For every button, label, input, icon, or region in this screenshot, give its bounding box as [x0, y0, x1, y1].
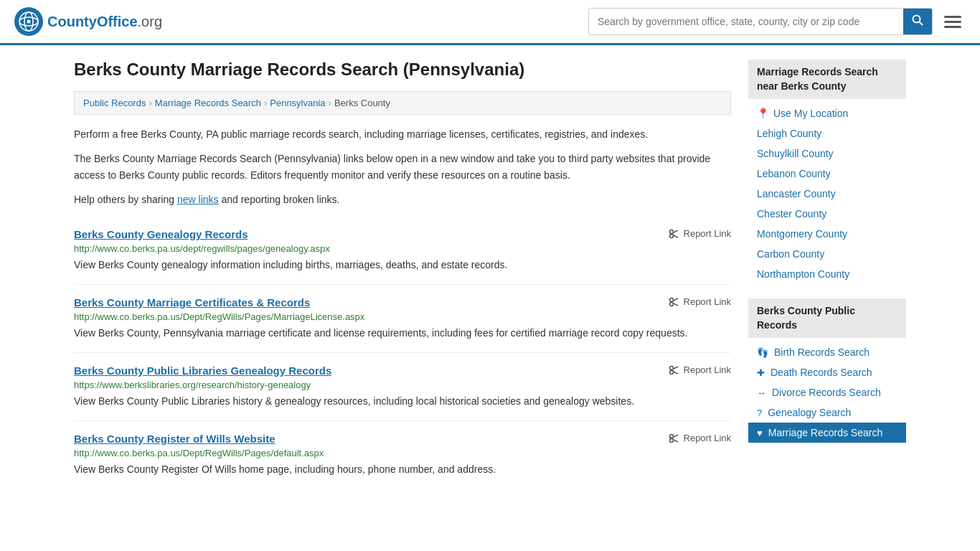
svg-point-18	[669, 434, 673, 438]
public-records-link[interactable]: ?Genealogy Search	[748, 402, 906, 423]
svg-point-11	[669, 302, 673, 306]
search-button[interactable]	[903, 9, 932, 34]
record-header: Berks County Public Libraries Genealogy …	[74, 364, 731, 377]
record-type-label: Marriage Records Search	[768, 427, 883, 438]
nearby-county-link[interactable]: Schuylkill County	[748, 143, 906, 164]
svg-point-3	[27, 20, 31, 24]
nearby-county-link[interactable]: Chester County	[748, 204, 906, 224]
svg-line-9	[673, 235, 678, 237]
record-item: Berks County Genealogy Records Report Li…	[74, 217, 731, 285]
public-records-title: Berks County Public Records	[748, 298, 906, 338]
svg-point-10	[669, 298, 673, 301]
record-type-icon: ✚	[757, 367, 765, 378]
scissors-icon	[669, 296, 680, 308]
record-type-label: Divorce Records Search	[772, 387, 881, 398]
breadcrumb-public-records[interactable]: Public Records	[83, 98, 146, 108]
record-url: http://www.co.berks.pa.us/Dept/RegWills/…	[74, 448, 731, 458]
svg-point-19	[669, 438, 673, 442]
logo-icon	[14, 7, 43, 36]
search-bar	[588, 8, 933, 35]
scissors-icon	[669, 433, 680, 444]
record-description: View Berks County, Pennsylvania marriage…	[74, 326, 731, 341]
nearby-counties-list: Lehigh CountySchuylkill CountyLebanon Co…	[748, 123, 906, 284]
record-item: Berks County Register of Wills Website R…	[74, 421, 731, 489]
record-title[interactable]: Berks County Public Libraries Genealogy …	[74, 364, 331, 377]
nearby-county-link[interactable]: Lancaster County	[748, 184, 906, 204]
report-link[interactable]: Report Link	[669, 228, 731, 240]
svg-line-12	[673, 298, 678, 301]
report-link[interactable]: Report Link	[669, 364, 731, 376]
svg-line-21	[673, 439, 678, 441]
main-container: Berks County Marriage Records Search (Pe…	[60, 45, 920, 503]
logo-text: CountyOffice.org	[47, 14, 162, 30]
svg-point-6	[669, 230, 673, 233]
svg-line-5	[920, 22, 923, 26]
breadcrumb-current: Berks County	[334, 98, 390, 108]
breadcrumb-sep-2: ›	[264, 98, 267, 108]
public-records-link[interactable]: ♥Marriage Records Search	[748, 423, 906, 443]
svg-line-17	[673, 371, 678, 373]
records-list: Berks County Genealogy Records Report Li…	[74, 217, 731, 489]
record-description: View Berks County genealogy information …	[74, 258, 731, 273]
hamburger-menu-button[interactable]	[940, 11, 966, 32]
nearby-section: Marriage Records Search near Berks Count…	[748, 60, 906, 284]
nearby-title: Marriage Records Search near Berks Count…	[748, 60, 906, 99]
record-item: Berks County Public Libraries Genealogy …	[74, 353, 731, 421]
public-records-section: Berks County Public Records 👣Birth Recor…	[748, 298, 906, 443]
svg-point-15	[669, 370, 673, 374]
report-link[interactable]: Report Link	[669, 296, 731, 308]
breadcrumb-sep-3: ›	[329, 98, 331, 108]
svg-point-14	[669, 366, 673, 369]
record-type-label: Death Records Search	[771, 367, 872, 378]
record-header: Berks County Register of Wills Website R…	[74, 433, 731, 445]
record-type-icon: ?	[757, 408, 762, 418]
nearby-county-link[interactable]: Carbon County	[748, 244, 906, 264]
logo[interactable]: CountyOffice.org	[14, 7, 162, 36]
use-my-location[interactable]: 📍 Use My Location	[748, 103, 906, 123]
public-records-links-list: 👣Birth Records Search✚Death Records Sear…	[748, 342, 906, 443]
breadcrumb-pennsylvania[interactable]: Pennsylvania	[270, 98, 325, 108]
nearby-county-link[interactable]: Lehigh County	[748, 123, 906, 143]
record-item: Berks County Marriage Certificates & Rec…	[74, 285, 731, 353]
nearby-county-link[interactable]: Lebanon County	[748, 164, 906, 184]
record-title[interactable]: Berks County Genealogy Records	[74, 228, 248, 240]
search-input[interactable]	[589, 10, 903, 33]
page-title: Berks County Marriage Records Search (Pe…	[74, 60, 731, 80]
nearby-county-link[interactable]: Montgomery County	[748, 224, 906, 244]
record-header: Berks County Marriage Certificates & Rec…	[74, 296, 731, 309]
nearby-county-link[interactable]: Northampton County	[748, 264, 906, 284]
public-records-link[interactable]: ↔Divorce Records Search	[748, 382, 906, 402]
header-controls	[588, 8, 966, 35]
record-type-icon: 👣	[757, 347, 768, 358]
svg-line-13	[673, 303, 678, 305]
record-title[interactable]: Berks County Marriage Certificates & Rec…	[74, 296, 310, 309]
record-header: Berks County Genealogy Records Report Li…	[74, 228, 731, 240]
public-records-link[interactable]: ✚Death Records Search	[748, 362, 906, 382]
public-records-link[interactable]: 👣Birth Records Search	[748, 342, 906, 362]
site-header: CountyOffice.org	[0, 0, 980, 45]
scissors-icon	[669, 228, 680, 240]
scissors-icon	[669, 364, 680, 376]
breadcrumb-marriage-records-search[interactable]: Marriage Records Search	[155, 98, 261, 108]
description-para3-prefix: Help others by sharing	[74, 194, 177, 205]
description-para3-suffix: and reporting broken links.	[219, 194, 340, 205]
record-url: http://www.co.berks.pa.us/dept/regwills/…	[74, 243, 731, 254]
report-link[interactable]: Report Link	[669, 433, 731, 444]
breadcrumb: Public Records › Marriage Records Search…	[74, 91, 731, 115]
record-type-icon: ↔	[757, 387, 766, 398]
svg-line-20	[673, 435, 678, 437]
sidebar: Marriage Records Search near Berks Count…	[748, 60, 906, 489]
record-url: https://www.berkslibraries.org/research/…	[74, 380, 731, 390]
svg-line-16	[673, 367, 678, 369]
use-location-label: Use My Location	[773, 108, 848, 119]
record-title[interactable]: Berks County Register of Wills Website	[74, 433, 275, 445]
description-para1: Perform a free Berks County, PA public m…	[74, 126, 731, 142]
svg-point-4	[913, 16, 920, 23]
description-para3: Help others by sharing new links and rep…	[74, 192, 731, 207]
record-description: View Berks County Register Of Wills home…	[74, 462, 731, 477]
description-para2: The Berks County Marriage Records Search…	[74, 151, 731, 183]
svg-point-7	[669, 234, 673, 237]
breadcrumb-sep-1: ›	[149, 98, 151, 108]
pin-icon: 📍	[757, 108, 769, 119]
new-links-link[interactable]: new links	[177, 194, 219, 205]
